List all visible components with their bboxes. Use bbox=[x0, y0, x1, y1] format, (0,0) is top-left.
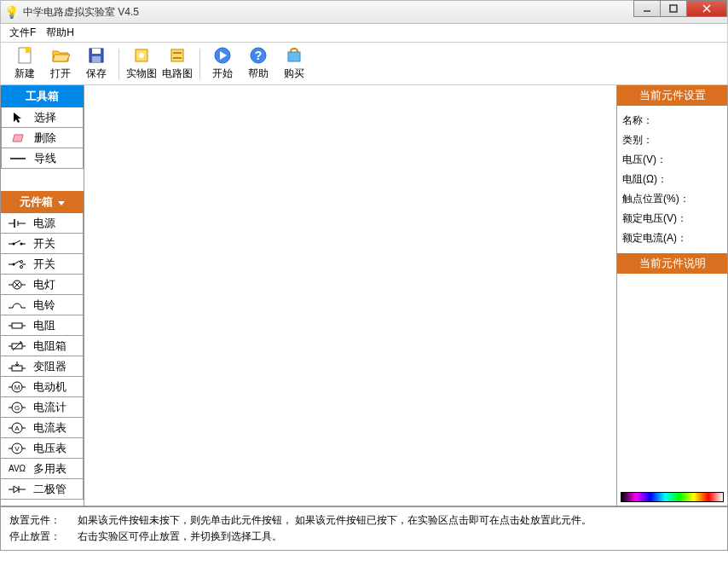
tool-wire[interactable]: 导线 bbox=[1, 148, 84, 169]
window-controls bbox=[634, 0, 727, 17]
component-symbol-icon: G bbox=[1, 402, 33, 414]
menubar: 文件F 帮助H bbox=[0, 24, 728, 43]
toolbar-separator bbox=[118, 49, 119, 79]
app-icon: 💡 bbox=[4, 5, 18, 19]
component-label: 二极管 bbox=[33, 482, 83, 497]
menu-file[interactable]: 文件F bbox=[4, 24, 41, 42]
save-button[interactable]: 保存 bbox=[79, 46, 113, 82]
circuit-view-icon bbox=[168, 46, 187, 65]
toolbar: 新建 打开 保存 实物图 电路图 开始 ? 帮助 购买 bbox=[0, 43, 728, 85]
component-item[interactable]: G电流计 bbox=[1, 397, 84, 418]
buy-button[interactable]: 购买 bbox=[277, 46, 311, 82]
new-button[interactable]: 新建 bbox=[8, 46, 42, 82]
prop-name: 名称： bbox=[622, 111, 722, 130]
component-label: 变阻器 bbox=[33, 359, 83, 374]
component-item[interactable]: V电压表 bbox=[1, 438, 84, 459]
menu-help[interactable]: 帮助H bbox=[41, 24, 79, 42]
component-label: 电阻 bbox=[33, 318, 83, 333]
component-item[interactable]: AVΩ多用表 bbox=[1, 459, 84, 479]
component-label: 多用表 bbox=[33, 461, 83, 477]
start-icon bbox=[213, 46, 232, 65]
component-label: 开关 bbox=[33, 257, 83, 272]
prop-voltage: 电压(V)： bbox=[622, 150, 722, 170]
status-bar: 放置元件： 如果该元件按钮未按下，则先单击此元件按钮， 如果该元件按钮已按下，在… bbox=[0, 506, 728, 551]
component-item[interactable]: 电阻箱 bbox=[1, 336, 84, 356]
eraser-icon bbox=[2, 133, 34, 143]
component-symbol-icon: V bbox=[1, 442, 33, 454]
component-box-header[interactable]: 元件箱 bbox=[1, 191, 84, 213]
component-label: 电压表 bbox=[33, 441, 83, 456]
component-item[interactable]: 开关 bbox=[1, 254, 84, 275]
left-panel: 工具箱 选择 删除 导线 元件箱 电源开关开关电灯电铃电阻电阻箱变阻器M电动机G… bbox=[1, 85, 84, 506]
component-list: 电源开关开关电灯电铃电阻电阻箱变阻器M电动机G电流计A电流表V电压表AVΩ多用表… bbox=[1, 213, 84, 506]
svg-rect-7 bbox=[92, 49, 101, 54]
component-item[interactable]: 变阻器 bbox=[1, 356, 84, 377]
svg-text:V: V bbox=[14, 445, 20, 453]
status-place-text: 如果该元件按钮未按下，则先单击此元件按钮， 如果该元件按钮已按下，在实验区点击即… bbox=[78, 512, 592, 529]
color-picker-bar[interactable] bbox=[621, 492, 724, 502]
prop-resistance: 电阻(Ω)： bbox=[622, 170, 722, 189]
svg-point-31 bbox=[20, 260, 23, 263]
component-item[interactable]: A电流表 bbox=[1, 418, 84, 438]
status-stop-label: 停止放置： bbox=[9, 529, 61, 545]
desc-area bbox=[617, 274, 727, 492]
component-symbol-icon bbox=[1, 361, 33, 373]
prop-contact-pos: 触点位置(%)： bbox=[622, 189, 722, 209]
component-symbol-icon bbox=[1, 258, 33, 270]
real-view-icon bbox=[132, 46, 151, 65]
minimize-button[interactable] bbox=[633, 0, 661, 17]
svg-rect-8 bbox=[92, 56, 101, 62]
svg-text:G: G bbox=[14, 404, 20, 412]
titlebar: 💡 中学电路虚拟实验室 V4.5 bbox=[0, 0, 728, 24]
component-symbol-icon bbox=[1, 320, 33, 332]
component-item[interactable]: 二极管 bbox=[1, 479, 84, 500]
maximize-button[interactable] bbox=[660, 0, 687, 17]
help-icon: ? bbox=[249, 46, 268, 65]
component-label: 电灯 bbox=[33, 277, 83, 292]
right-panel: 当前元件设置 名称： 类别： 电压(V)： 电阻(Ω)： 触点位置(%)： 额定… bbox=[616, 85, 727, 506]
component-label: 电动机 bbox=[33, 379, 83, 395]
component-label: 电铃 bbox=[33, 298, 83, 313]
component-item[interactable]: 电灯 bbox=[1, 275, 84, 295]
status-stop-text: 右击实验区可停止放置，并切换到选择工具。 bbox=[78, 529, 282, 545]
component-symbol-icon: A bbox=[1, 422, 33, 434]
toolbox-header: 工具箱 bbox=[1, 85, 84, 107]
help-button[interactable]: ? 帮助 bbox=[241, 46, 275, 82]
real-view-button[interactable]: 实物图 bbox=[124, 46, 159, 82]
component-label: 电流表 bbox=[33, 420, 83, 436]
open-button[interactable]: 打开 bbox=[43, 46, 78, 82]
component-symbol-icon bbox=[1, 299, 33, 311]
component-item[interactable]: M电动机 bbox=[1, 377, 84, 397]
svg-line-30 bbox=[14, 261, 20, 264]
svg-point-10 bbox=[139, 53, 144, 58]
main-area: 工具箱 选择 删除 导线 元件箱 电源开关开关电灯电铃电阻电阻箱变阻器M电动机G… bbox=[0, 85, 728, 506]
component-symbol-icon bbox=[1, 340, 33, 352]
wire-icon bbox=[2, 156, 34, 161]
component-item[interactable]: 电阻 bbox=[1, 315, 84, 336]
chevron-down-icon bbox=[56, 196, 65, 209]
svg-text:A: A bbox=[14, 425, 20, 432]
svg-rect-17 bbox=[288, 52, 300, 61]
status-place-label: 放置元件： bbox=[9, 512, 61, 529]
prop-rated-current: 额定电流(A)： bbox=[622, 228, 722, 248]
prop-type: 类别： bbox=[622, 130, 722, 150]
component-item[interactable]: 开关 bbox=[1, 234, 84, 254]
canvas-area[interactable] bbox=[84, 85, 616, 506]
circuit-view-button[interactable]: 电路图 bbox=[160, 46, 194, 82]
desc-header: 当前元件说明 bbox=[617, 253, 727, 274]
tool-select[interactable]: 选择 bbox=[1, 107, 84, 128]
start-button[interactable]: 开始 bbox=[205, 46, 240, 82]
component-item[interactable]: 电铃 bbox=[1, 295, 84, 315]
component-item[interactable]: 电源 bbox=[1, 213, 84, 234]
property-list: 名称： 类别： 电压(V)： 电阻(Ω)： 触点位置(%)： 额定电压(V)： … bbox=[617, 106, 727, 253]
svg-rect-5 bbox=[26, 48, 31, 53]
close-button[interactable] bbox=[686, 0, 727, 17]
component-symbol-icon: AVΩ bbox=[1, 464, 33, 473]
open-icon bbox=[51, 46, 70, 65]
svg-rect-42 bbox=[12, 323, 22, 328]
tool-delete[interactable]: 删除 bbox=[1, 128, 84, 148]
svg-point-32 bbox=[20, 265, 23, 268]
settings-header: 当前元件设置 bbox=[617, 85, 727, 106]
new-icon bbox=[15, 46, 34, 65]
toolbar-separator bbox=[199, 49, 200, 79]
